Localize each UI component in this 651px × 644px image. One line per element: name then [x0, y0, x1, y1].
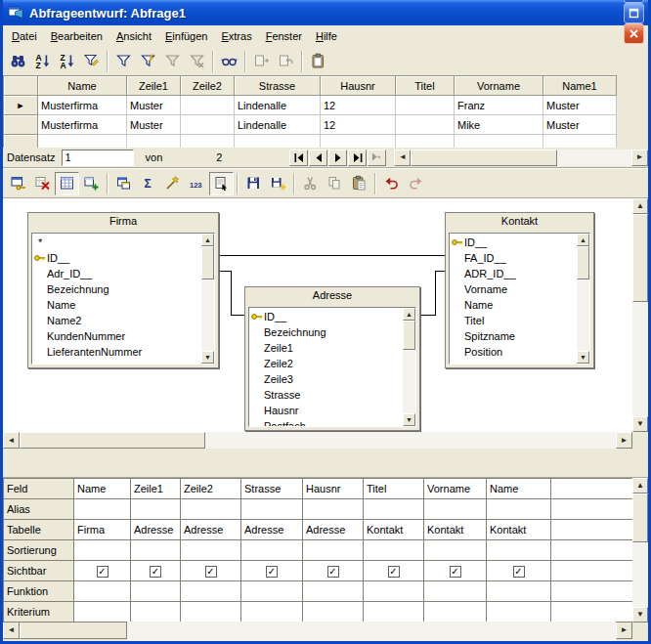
feld-cell[interactable]: Vorname: [424, 479, 487, 499]
funktion-cell[interactable]: [487, 581, 551, 602]
kriterium-cell[interactable]: [424, 602, 487, 623]
scroll-right-button[interactable]: ►: [631, 150, 648, 166]
sichtbar-cell[interactable]: ✓: [131, 561, 181, 581]
feld-cell[interactable]: Hausnr: [303, 479, 364, 499]
cell[interactable]: Muster: [127, 96, 181, 115]
discard-edit-button[interactable]: [274, 50, 298, 73]
sichtbar-cell[interactable]: ✓: [364, 561, 424, 581]
totals-button[interactable]: Σ: [136, 172, 160, 195]
tabelle-cell[interactable]: Adresse: [241, 520, 303, 540]
tabelle-cell[interactable]: Kontakt: [364, 520, 424, 540]
feld-cell[interactable]: Zeile1: [131, 479, 181, 499]
field-row[interactable]: Name: [34, 297, 200, 313]
save-as-button[interactable]: [266, 172, 290, 195]
field-row[interactable]: Bezeichnung: [34, 281, 200, 297]
cell[interactable]: Franz: [455, 96, 543, 115]
sichtbar-cell[interactable]: ✓: [487, 561, 551, 581]
sortierung-cell[interactable]: [551, 540, 633, 561]
sort-ascending-button[interactable]: A Z: [30, 50, 55, 73]
checkbox-checked[interactable]: ✓: [97, 566, 108, 578]
menu-einfuegen[interactable]: Einfügen: [158, 27, 214, 45]
row-selector[interactable]: [4, 135, 38, 149]
scrollbar-thumb[interactable]: [20, 622, 127, 639]
field-row[interactable]: Spitzname: [452, 328, 576, 344]
field-row[interactable]: KundenNummer: [34, 328, 200, 344]
scrollbar-track[interactable]: [201, 279, 214, 351]
sortierung-cell[interactable]: [364, 540, 424, 561]
kriterium-cell[interactable]: [487, 602, 551, 623]
find-button[interactable]: [6, 50, 30, 73]
cell[interactable]: Lindenalle: [235, 115, 321, 135]
kriterium-cell[interactable]: [364, 602, 424, 623]
scrollbar-thumb[interactable]: [403, 321, 415, 350]
datasheet-horizontal-scrollbar[interactable]: ◄ ►: [394, 150, 648, 166]
cell[interactable]: Muster: [127, 115, 181, 135]
field-row[interactable]: Vorname: [452, 281, 576, 297]
paste-button[interactable]: [347, 172, 371, 195]
tabelle-cell[interactable]: Adresse: [303, 520, 364, 540]
cell[interactable]: [396, 96, 455, 115]
field-row[interactable]: *: [34, 235, 200, 250]
field-row[interactable]: Zeile3: [251, 371, 402, 387]
scroll-right-button[interactable]: ►: [616, 622, 632, 639]
menu-datei[interactable]: Datei: [5, 27, 44, 45]
join-line-firma-adresse[interactable]: [231, 315, 244, 316]
titlebar[interactable]: Abfrageentwurf: Abfrage1: [3, 0, 648, 25]
table-window-kontakt[interactable]: Kontakt ID__ FA_ID__ ADR_ID__ Vorname Na…: [445, 212, 594, 368]
cell[interactable]: Muster: [543, 96, 617, 115]
preview-button[interactable]: [217, 50, 241, 73]
funktion-cell[interactable]: [424, 581, 487, 602]
pane-splitter[interactable]: [3, 448, 648, 477]
delete-button[interactable]: [30, 172, 55, 195]
sichtbar-cell[interactable]: ✓: [241, 561, 303, 581]
design-pane-horizontal-scrollbar[interactable]: ◄ ►: [3, 432, 632, 449]
kriterium-cell[interactable]: [241, 602, 303, 623]
scrollbar-track[interactable]: [127, 622, 616, 641]
menu-ansicht[interactable]: Ansicht: [109, 27, 158, 45]
funktion-cell[interactable]: [551, 581, 633, 602]
scrollbar-track[interactable]: [632, 542, 648, 607]
scrollbar-thumb[interactable]: [411, 150, 557, 166]
scrollbar-thumb[interactable]: [20, 432, 205, 449]
scrollbar-track[interactable]: [577, 279, 589, 351]
scrollbar-thumb[interactable]: [632, 494, 648, 542]
sortierung-cell[interactable]: [303, 540, 364, 561]
menu-extras[interactable]: Extras: [214, 27, 258, 45]
first-record-button[interactable]: [289, 150, 308, 166]
field-row[interactable]: Name2: [34, 313, 200, 328]
remove-filter-button[interactable]: [185, 50, 209, 73]
cell[interactable]: 12: [321, 96, 396, 115]
cell[interactable]: [127, 135, 181, 149]
field-row[interactable]: Zeile2: [251, 356, 402, 371]
column-header-name[interactable]: Name: [38, 76, 127, 96]
cell[interactable]: [543, 135, 617, 149]
field-row[interactable]: Titel: [452, 313, 576, 328]
sort-descending-button[interactable]: Z A: [55, 50, 79, 73]
cell[interactable]: [396, 115, 455, 135]
scroll-up-button[interactable]: ▲: [403, 308, 415, 321]
alias-cell[interactable]: [74, 499, 131, 520]
scrollbar-track[interactable]: [205, 432, 616, 449]
menu-bearbeiten[interactable]: Bearbeiten: [44, 27, 109, 45]
properties-button[interactable]: [209, 172, 234, 195]
alias-cell[interactable]: [424, 499, 487, 520]
add-table-button[interactable]: [79, 172, 104, 195]
previous-record-button[interactable]: [309, 150, 327, 166]
cell[interactable]: Muster: [543, 115, 617, 135]
sortierung-cell[interactable]: [74, 540, 131, 561]
table-window-firma[interactable]: Firma * ID__ Adr_ID__ Bezeichnung Name N…: [27, 212, 219, 368]
join-line-kontakt-adresse[interactable]: [420, 315, 436, 316]
alias-cell[interactable]: [487, 499, 551, 520]
cell[interactable]: [181, 96, 235, 115]
tabelle-cell[interactable]: Kontakt: [487, 520, 551, 540]
tabelle-cell[interactable]: Adresse: [181, 520, 241, 540]
show-tables-button[interactable]: [111, 172, 136, 195]
field-row[interactable]: ID__: [452, 235, 576, 250]
cell[interactable]: [38, 135, 127, 149]
scroll-down-button[interactable]: ▼: [632, 416, 648, 432]
column-header-vorname[interactable]: Vorname: [455, 76, 543, 96]
field-row[interactable]: LieferantenNummer: [34, 344, 200, 360]
checkbox-checked[interactable]: ✓: [205, 566, 217, 578]
field-row[interactable]: Zeile1: [251, 340, 402, 356]
builder-button[interactable]: [160, 172, 185, 195]
